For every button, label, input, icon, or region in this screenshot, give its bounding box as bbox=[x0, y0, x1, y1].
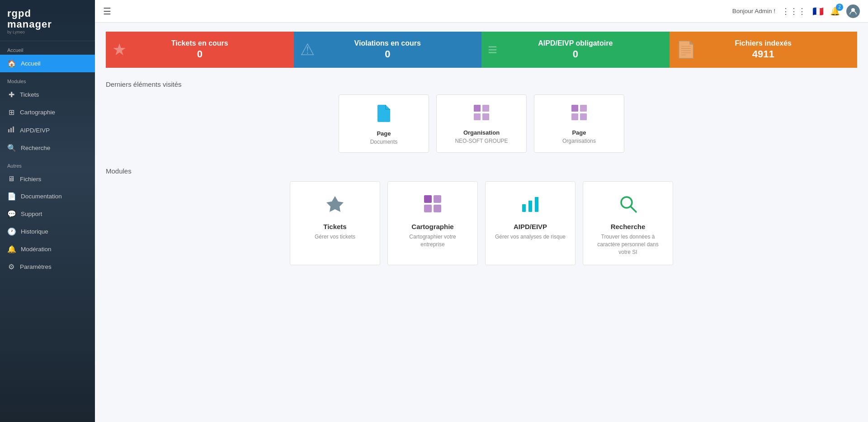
svg-rect-1 bbox=[10, 128, 12, 132]
nav-section-label: Accueil bbox=[0, 41, 95, 55]
svg-rect-10 bbox=[571, 113, 578, 120]
sidebar-item-fichiers[interactable]: 🖥 Fichiers bbox=[0, 170, 95, 188]
sidebar-item-tickets[interactable]: ✚ Tickets bbox=[0, 86, 95, 103]
svg-rect-19 bbox=[535, 197, 538, 212]
recent-card-sub: Documents bbox=[370, 139, 398, 145]
sidebar-item-label: Recherche bbox=[21, 145, 50, 151]
apps-icon[interactable]: ⋮⋮⋮ bbox=[782, 6, 806, 16]
module-card-desc: Gérer vos tickets bbox=[315, 233, 355, 241]
stat-card-violations[interactable]: ⚠ Violations en cours 0 bbox=[294, 32, 482, 68]
fichiers-icon: 🖥 bbox=[7, 175, 15, 183]
modules-section-title: Modules bbox=[106, 167, 857, 175]
sidebar-item-accueil[interactable]: 🏠 Accueil bbox=[0, 55, 95, 72]
sidebar-item-recherche[interactable]: 🔍 Recherche bbox=[0, 139, 95, 157]
tickets-icon: ✚ bbox=[7, 90, 15, 99]
tickets-stat-icon: ★ bbox=[112, 40, 127, 59]
sidebar-item-documentation[interactable]: 📄 Documentation bbox=[0, 188, 95, 205]
svg-rect-15 bbox=[424, 205, 432, 212]
sidebar: rgpdmanager by Lymeo Accueil 🏠 Accueil M… bbox=[0, 0, 95, 422]
module-card-cartographie[interactable]: Cartographie Cartographier votre entrepr… bbox=[387, 181, 478, 265]
org2-icon bbox=[571, 104, 588, 125]
recent-card-organisations[interactable]: Page Organisations bbox=[534, 94, 624, 153]
module-card-tickets[interactable]: Tickets Gérer vos tickets bbox=[290, 181, 380, 265]
module-card-aipd[interactable]: AIPD/EIVP Gérer vos analyses de risque bbox=[485, 181, 576, 265]
user-avatar[interactable] bbox=[846, 5, 860, 18]
topbar-left: ☰ bbox=[103, 6, 111, 17]
stat-cards-row: ★ Tickets en cours 0 ⚠ Violations en cou… bbox=[106, 32, 857, 68]
notification-badge: 2 bbox=[836, 4, 843, 11]
module-cartographie-icon bbox=[423, 194, 442, 217]
sidebar-item-historique[interactable]: 🕐 Historique bbox=[0, 223, 95, 240]
module-card-title: AIPD/EIVP bbox=[514, 223, 547, 230]
fichiers-stat-icon: 📄 bbox=[676, 40, 696, 59]
recent-card-type: Organisation bbox=[463, 129, 500, 136]
stat-card-tickets[interactable]: ★ Tickets en cours 0 bbox=[106, 32, 294, 68]
recent-card-documents[interactable]: Page Documents bbox=[339, 94, 429, 153]
greeting-text: Bonjour Admin ! bbox=[732, 8, 775, 14]
module-card-title: Tickets bbox=[323, 223, 346, 230]
svg-rect-11 bbox=[580, 113, 587, 120]
sidebar-item-label: Accueil bbox=[21, 60, 41, 67]
svg-rect-6 bbox=[474, 113, 481, 120]
svg-rect-8 bbox=[571, 105, 578, 112]
svg-rect-13 bbox=[424, 195, 432, 203]
svg-rect-17 bbox=[522, 204, 526, 212]
stat-card-fichiers[interactable]: 📄 Fichiers indexés 4911 bbox=[670, 32, 858, 68]
sidebar-item-label: Support bbox=[21, 211, 42, 217]
content-area: ★ Tickets en cours 0 ⚠ Violations en cou… bbox=[95, 23, 868, 422]
svg-rect-18 bbox=[528, 201, 532, 212]
svg-rect-2 bbox=[13, 127, 14, 132]
language-flag[interactable]: 🇫🇷 bbox=[812, 6, 824, 17]
stat-card-violations-title: Violations en cours bbox=[302, 39, 474, 47]
module-card-desc: Cartographier votre entreprise bbox=[397, 233, 468, 249]
logo-text: rgpdmanager bbox=[7, 8, 88, 30]
sidebar-item-label: Paramètres bbox=[20, 263, 52, 270]
module-card-title: Cartographie bbox=[411, 223, 453, 230]
stat-card-fichiers-value: 4911 bbox=[678, 48, 849, 60]
stat-card-aipd[interactable]: ≡ AIPD/EIVP obligatoire 0 bbox=[481, 32, 670, 68]
recent-cards-row: Page Documents Organisation NEO-SOFT GRO… bbox=[106, 94, 857, 153]
home-icon: 🏠 bbox=[7, 59, 16, 68]
recent-card-organisation[interactable]: Organisation NEO-SOFT GROUPE bbox=[436, 94, 527, 153]
menu-toggle-button[interactable]: ☰ bbox=[103, 6, 111, 17]
stat-card-tickets-body: Tickets en cours 0 bbox=[114, 39, 286, 60]
documentation-icon: 📄 bbox=[7, 192, 16, 201]
stat-card-fichiers-body: Fichiers indexés 4911 bbox=[678, 39, 849, 60]
support-icon: 💬 bbox=[7, 210, 16, 218]
sidebar-item-aipd[interactable]: AIPD/EIVP bbox=[0, 121, 95, 139]
sidebar-item-label: Tickets bbox=[20, 91, 39, 98]
sidebar-item-cartographie[interactable]: ⊞ Cartographie bbox=[0, 103, 95, 121]
sidebar-item-label: Modération bbox=[21, 246, 52, 253]
sidebar-item-label: Documentation bbox=[21, 193, 62, 200]
aipd-icon bbox=[7, 126, 15, 135]
svg-rect-14 bbox=[434, 195, 441, 203]
svg-rect-0 bbox=[8, 129, 9, 132]
module-card-recherche[interactable]: Recherche Trouver les données à caractèr… bbox=[583, 181, 673, 265]
org-icon bbox=[473, 104, 490, 125]
parametres-icon: ⚙ bbox=[7, 263, 15, 271]
recent-card-type: Page bbox=[377, 130, 391, 137]
modules-section-label: Modules bbox=[0, 72, 95, 86]
module-cards-row: Tickets Gérer vos tickets Cartographie C… bbox=[106, 181, 857, 265]
sidebar-item-label: Cartographie bbox=[20, 109, 55, 116]
recent-card-type: Page bbox=[572, 129, 586, 136]
module-card-title: Recherche bbox=[611, 223, 646, 230]
notification-bell-wrap: 🔔 2 bbox=[830, 6, 840, 16]
stat-card-tickets-value: 0 bbox=[114, 48, 286, 60]
sidebar-item-support[interactable]: 💬 Support bbox=[0, 205, 95, 223]
stat-card-violations-body: Violations en cours 0 bbox=[302, 39, 474, 60]
module-card-desc: Gérer vos analyses de risque bbox=[495, 233, 566, 241]
stat-card-aipd-title: AIPD/EIVP obligatoire bbox=[490, 39, 661, 47]
svg-rect-9 bbox=[580, 105, 587, 112]
stat-card-violations-value: 0 bbox=[302, 48, 474, 60]
doc-icon bbox=[376, 104, 392, 126]
logo-by: by Lymeo bbox=[7, 30, 88, 34]
svg-rect-7 bbox=[482, 113, 489, 120]
historique-icon: 🕐 bbox=[7, 227, 16, 236]
sidebar-item-moderation[interactable]: 🔔 Modération bbox=[0, 240, 95, 258]
svg-rect-5 bbox=[482, 105, 489, 112]
sidebar-item-parametres[interactable]: ⚙ Paramètres bbox=[0, 258, 95, 276]
stat-card-aipd-body: AIPD/EIVP obligatoire 0 bbox=[490, 39, 661, 60]
sidebar-item-label: Fichiers bbox=[20, 176, 41, 183]
module-card-desc: Trouver les données à caractère personne… bbox=[592, 233, 664, 256]
